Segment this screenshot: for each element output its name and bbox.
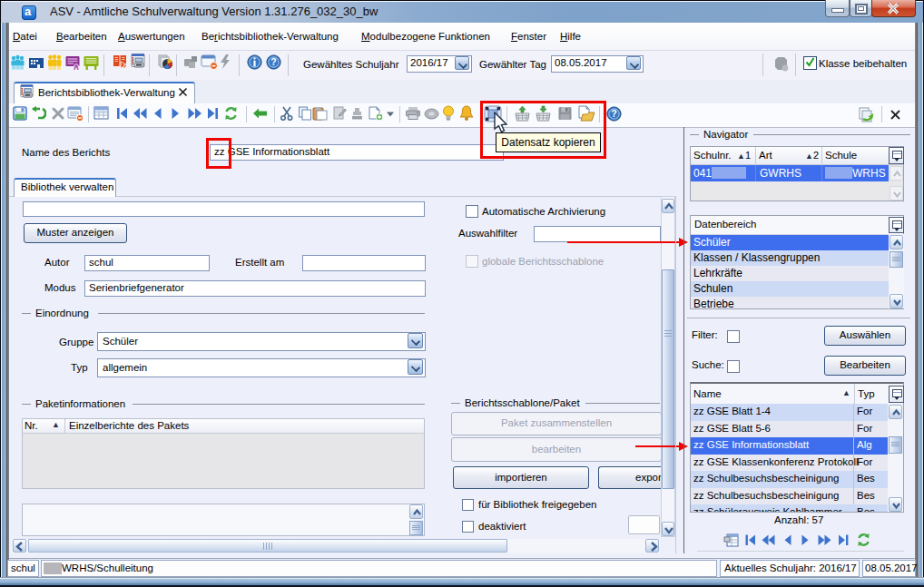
- svg-text:?: ?: [270, 56, 276, 67]
- svg-text:?: ?: [611, 108, 616, 119]
